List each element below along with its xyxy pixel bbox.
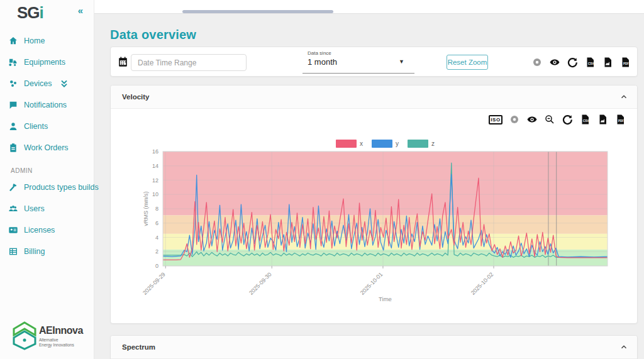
sidebar-item-label: Licenses [24, 226, 55, 235]
aeinnova-tagline: Alternative Energy Innovations [39, 338, 74, 348]
iso-toggle-button[interactable]: ISO [489, 115, 502, 124]
y-tick-label: 4 [155, 235, 158, 241]
data-since-select[interactable]: Data since 1 month ▼ [303, 49, 384, 74]
y-tick-label: 14 [152, 163, 158, 169]
y-tick-label: 2 [155, 248, 158, 255]
export-csv-icon[interactable]: CSV [584, 57, 596, 68]
x-tick-label: 2025-10-01 [359, 271, 384, 296]
visibility-eye-icon[interactable] [549, 57, 560, 68]
chat-bubble-icon [8, 100, 18, 110]
date-time-range-input[interactable] [131, 54, 247, 71]
sidebar-item-label: Users [24, 204, 45, 213]
sidebar-item-devices[interactable]: Devices [0, 73, 94, 94]
admin-section-label: ADMIN [0, 158, 94, 177]
y-tick-label: 10 [152, 191, 158, 197]
logo-accent-text: i [40, 3, 43, 22]
y-axis-title: vRMS (mm/s) [143, 192, 149, 226]
reset-zoom-button[interactable]: Reset Zoom [447, 55, 488, 70]
sidebar-item-work-orders[interactable]: Work Orders [0, 137, 94, 158]
select-underline [303, 73, 414, 74]
sidebar-item-label: Products types builds [24, 183, 99, 192]
home-icon [8, 36, 18, 46]
sidebar-item-equipments[interactable]: Equipments [0, 52, 94, 73]
logo-row: SGi « [0, 0, 94, 25]
x-tick-label: 2025-09-30 [248, 271, 273, 296]
aeinnova-logo-icon [13, 321, 36, 350]
spectrum-panel-header[interactable]: Spectrum [111, 336, 637, 359]
sidebar-item-billing[interactable]: Billing [0, 241, 94, 262]
visibility-eye-icon[interactable] [526, 114, 538, 125]
x-tick-label: 2025-10-02 [470, 271, 495, 296]
sidebar: SGi « Home Equipments Devices Notificati… [0, 0, 94, 359]
sidebar-item-licenses[interactable]: Licenses [0, 219, 94, 241]
tagline-line1: Alternative [39, 338, 74, 343]
spectrum-panel-title: Spectrum [122, 343, 155, 351]
sidebar-footer: AEInnova Alternative Energy Innovations [0, 319, 94, 355]
app-root: SGi « Home Equipments Devices Notificati… [0, 0, 644, 359]
svg-text:PDF: PDF [618, 119, 624, 123]
sidebar-collapse-icon[interactable]: « [78, 5, 83, 16]
sidebar-item-products-types-builds[interactable]: Products types builds [0, 177, 94, 198]
record-toggle-icon[interactable] [531, 57, 543, 68]
zone-band-unacceptable [163, 152, 608, 215]
dropdown-caret-icon: ▼ [399, 58, 404, 65]
x-axis-title: Time [379, 295, 392, 302]
spectrum-panel: Spectrum [110, 335, 638, 359]
sidebar-item-label: Notifications [24, 101, 67, 109]
sidebar-item-label: Equipments [24, 58, 65, 67]
hammer-icon [8, 182, 18, 192]
sidebar-item-label: Billing [24, 247, 45, 256]
sidebar-item-label: Clients [24, 122, 48, 131]
export-csv-icon[interactable]: CSV [579, 114, 591, 125]
users-icon [8, 204, 18, 214]
clipboard-icon [8, 143, 18, 153]
sidebar-item-notifications[interactable]: Notifications [0, 94, 94, 116]
velocity-chart[interactable]: 02468101214162025-09-292025-09-302025-10… [111, 145, 638, 309]
id-card-icon [8, 225, 18, 235]
export-image-icon[interactable] [597, 114, 608, 125]
y-tick-label: 12 [152, 177, 158, 184]
velocity-panel-title: Velocity [122, 93, 149, 101]
zoom-out-icon[interactable] [544, 114, 555, 125]
tagline-line2: Energy Innovations [39, 343, 74, 348]
chevron-up-icon[interactable] [619, 343, 628, 351]
sidebar-item-clients[interactable]: Clients [0, 116, 94, 137]
record-toggle-icon[interactable] [509, 114, 520, 125]
velocity-panel: Velocity ISO CSV PDF xyz 024681012141620… [110, 85, 638, 324]
sidebar-item-home[interactable]: Home [0, 30, 94, 52]
forklift-icon [8, 57, 18, 67]
sidebar-nav: Home Equipments Devices Notifications Cl… [0, 30, 94, 262]
y-tick-label: 16 [152, 148, 158, 155]
devices-icon [8, 79, 18, 89]
velocity-panel-header[interactable]: Velocity [111, 86, 637, 109]
calendar-icon[interactable] [117, 56, 129, 68]
y-tick-label: 0 [155, 263, 158, 269]
sidebar-item-users[interactable]: Users [0, 198, 94, 219]
refresh-icon[interactable] [567, 57, 578, 68]
y-tick-label: 6 [155, 220, 158, 226]
zone-band-good [163, 250, 608, 266]
svg-text:CSV: CSV [583, 119, 589, 123]
sidebar-item-label: Home [24, 36, 45, 45]
svg-text:PDF: PDF [623, 62, 629, 65]
chevron-double-down-icon[interactable] [59, 79, 69, 89]
main-content: Data overview Data since 1 month ▼ Reset… [94, 14, 644, 359]
horizontal-scrollbar-thumb[interactable] [182, 10, 333, 13]
sidebar-item-label: Devices [24, 79, 52, 88]
export-pdf-icon[interactable]: PDF [619, 57, 631, 68]
toolbar-icon-row: CSV PDF [531, 57, 631, 68]
chevron-up-icon[interactable] [619, 92, 628, 101]
page-title: Data overview [110, 28, 196, 42]
velocity-chart-svg[interactable]: 02468101214162025-09-292025-09-302025-10… [111, 145, 638, 309]
top-bar [94, 0, 644, 14]
data-since-label: Data since [308, 50, 331, 56]
export-pdf-icon[interactable]: PDF [614, 114, 626, 125]
aeinnova-brand-text: AEInnova [39, 325, 83, 336]
table-icon [8, 246, 18, 257]
export-image-icon[interactable] [602, 57, 613, 68]
y-tick-label: 8 [155, 206, 158, 212]
velocity-icon-row: ISO CSV PDF [489, 114, 626, 125]
refresh-icon[interactable] [562, 114, 573, 125]
logo-dark-text: SG [17, 3, 40, 22]
x-tick-label: 2025-09-29 [142, 271, 167, 296]
